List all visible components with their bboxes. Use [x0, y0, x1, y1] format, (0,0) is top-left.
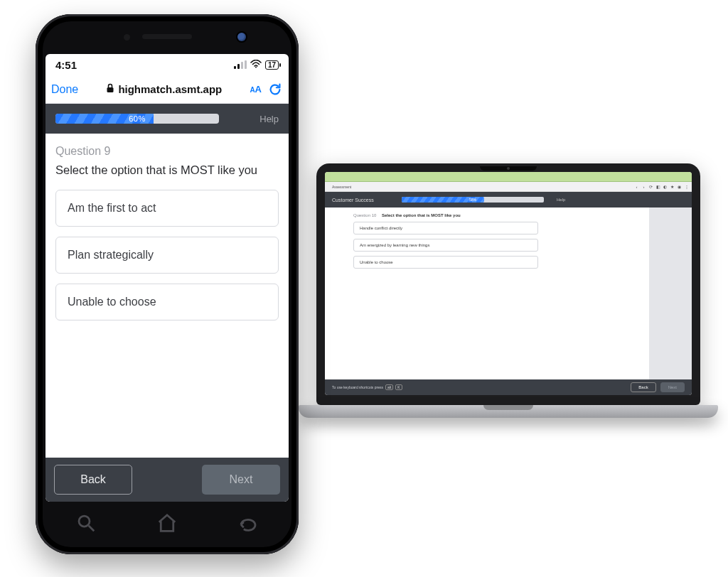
assessment-footer: To use keyboard shortcuts press alt K Ba… — [325, 379, 692, 395]
laptop-camera-icon — [507, 167, 510, 170]
browser-back-icon[interactable]: ‹ — [634, 184, 639, 189]
browser-theme-strip — [325, 172, 692, 182]
laptop-base — [299, 405, 718, 418]
answer-option[interactable]: Am energized by learning new things — [353, 239, 538, 252]
question-number: Question 10 — [353, 213, 376, 217]
laptop-lid: Assessment ‹ › ⟳ ◧ ◐ ★ ◉ ⋮ Customer Succ… — [316, 163, 700, 405]
done-button[interactable]: Done — [51, 83, 78, 96]
status-icons: 17 — [234, 60, 279, 70]
progress-label: 58% — [469, 198, 476, 202]
question-panel: Question 9 Select the option that is MOS… — [46, 134, 289, 458]
url-text: highmatch.asmt.app — [118, 83, 222, 95]
phone-screen: 4:51 17 Done highmatch.asmt.app AA — [46, 54, 289, 502]
progress-bar: 58% — [402, 197, 544, 203]
phone-camera-icon — [237, 33, 246, 41]
svg-point-2 — [79, 516, 90, 527]
text-size-button[interactable]: AA — [250, 84, 262, 95]
help-link[interactable]: Help — [557, 198, 565, 202]
phone-mockup: 4:51 17 Done highmatch.asmt.app AA — [36, 14, 299, 554]
cellular-icon — [234, 60, 247, 69]
reload-button[interactable] — [267, 82, 283, 97]
answer-option[interactable]: Handle conflict directly — [353, 222, 538, 234]
browser-ext2-icon[interactable]: ◐ — [663, 184, 668, 189]
wifi-icon — [250, 60, 262, 70]
back-button[interactable]: Back — [631, 382, 655, 392]
status-time: 4:51 — [55, 59, 77, 71]
side-gutter — [649, 207, 692, 379]
progress-bar: 60% — [55, 114, 219, 124]
browser-toolbar: Assessment ‹ › ⟳ ◧ ◐ ★ ◉ ⋮ — [325, 182, 692, 192]
question-number: Question 9 — [55, 145, 279, 158]
next-button[interactable]: Next — [202, 465, 280, 495]
assessment-header-bar: 60% Help — [46, 104, 289, 134]
svg-point-0 — [255, 66, 257, 68]
kbd-key: alt — [385, 384, 393, 390]
phone-bezel-top — [46, 24, 289, 54]
phone-nav-bar — [46, 502, 289, 544]
laptop-mockup: Assessment ‹ › ⟳ ◧ ◐ ★ ◉ ⋮ Customer Succ… — [299, 163, 718, 448]
question-panel: Question 10 Select the option that is MO… — [325, 207, 649, 379]
progress-label: 60% — [129, 114, 146, 123]
home-icon[interactable] — [155, 511, 179, 535]
phone-sensor-icon — [124, 34, 130, 41]
next-button[interactable]: Next — [660, 382, 685, 392]
keyboard-hint-text: To use keyboard shortcuts press — [332, 385, 383, 389]
search-icon[interactable] — [74, 511, 98, 535]
lock-icon — [106, 83, 114, 95]
keyboard-hint: To use keyboard shortcuts press alt K — [332, 384, 626, 390]
browser-ext-icon[interactable]: ◧ — [655, 184, 660, 189]
question-prompt: Select the option that is MOST like you — [55, 163, 279, 177]
browser-bookmark-icon[interactable]: ★ — [670, 184, 675, 189]
svg-rect-1 — [107, 87, 114, 92]
answer-option[interactable]: Plan strategically — [55, 237, 279, 274]
status-bar: 4:51 17 — [46, 54, 289, 75]
browser-tab-title[interactable]: Assessment — [328, 185, 632, 189]
assessment-header-bar: Customer Success 58% Help — [325, 192, 692, 207]
back-button[interactable]: Back — [54, 465, 132, 495]
phone-speaker-icon — [142, 34, 192, 39]
browser-profile-icon[interactable]: ◉ — [677, 184, 682, 189]
safari-toolbar: Done highmatch.asmt.app AA — [46, 75, 289, 104]
kbd-key: K — [395, 384, 402, 390]
question-prompt: Select the option that is MOST like you — [382, 213, 461, 217]
browser-fwd-icon[interactable]: › — [641, 184, 646, 189]
answer-option[interactable]: Unable to choose — [55, 284, 279, 320]
answer-option[interactable]: Am the first to act — [55, 190, 279, 227]
help-link[interactable]: Help — [259, 114, 279, 124]
laptop-hinge — [483, 405, 533, 410]
laptop-screen: Assessment ‹ › ⟳ ◧ ◐ ★ ◉ ⋮ Customer Succ… — [325, 172, 692, 395]
assessment-footer: Back Next — [46, 458, 289, 502]
assessment-title: Customer Success — [332, 198, 396, 203]
address-bar[interactable]: highmatch.asmt.app — [84, 83, 244, 95]
assessment-body: Question 10 Select the option that is MO… — [325, 207, 692, 379]
browser-reload-icon[interactable]: ⟳ — [648, 184, 653, 189]
browser-menu-icon[interactable]: ⋮ — [684, 184, 689, 189]
battery-indicator: 17 — [265, 60, 279, 70]
answer-option[interactable]: Unable to choose — [353, 256, 538, 269]
back-icon[interactable] — [236, 511, 260, 535]
